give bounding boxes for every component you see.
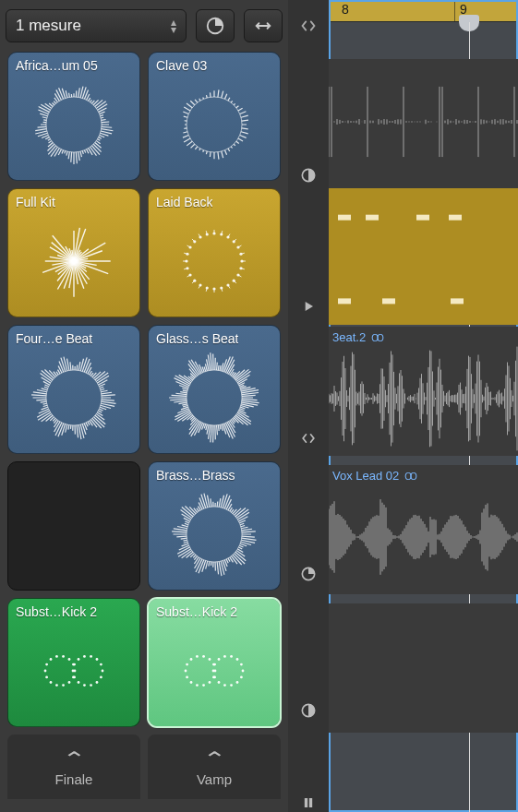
svg-point-541 bbox=[190, 681, 193, 684]
svg-line-124 bbox=[231, 101, 232, 102]
quantize-select[interactable]: 1 mesure ▴▾ bbox=[6, 9, 187, 42]
track-region[interactable]: 3eat.2OO bbox=[329, 327, 518, 456]
divider-handle[interactable] bbox=[288, 0, 329, 52]
svg-line-301 bbox=[100, 387, 103, 388]
svg-point-561 bbox=[230, 655, 233, 658]
svg-line-266 bbox=[44, 387, 48, 388]
svg-line-299 bbox=[98, 380, 107, 385]
svg-line-73 bbox=[95, 100, 102, 106]
svg-line-110 bbox=[183, 112, 188, 113]
svg-point-554 bbox=[223, 684, 226, 687]
svg-line-222 bbox=[99, 409, 102, 411]
svg-line-503 bbox=[240, 523, 244, 524]
svg-line-87 bbox=[238, 138, 243, 141]
svg-line-257 bbox=[43, 405, 47, 406]
track-region[interactable]: Vox Lead 02OO bbox=[329, 465, 518, 594]
svg-point-546 bbox=[196, 655, 199, 658]
svg-line-14 bbox=[90, 147, 97, 155]
svg-line-27 bbox=[62, 150, 64, 154]
svg-point-528 bbox=[73, 676, 76, 679]
svg-line-285 bbox=[77, 365, 78, 371]
svg-line-444 bbox=[206, 561, 208, 568]
stretch-button[interactable] bbox=[244, 9, 283, 42]
svg-point-562 bbox=[236, 658, 239, 661]
svg-line-333 bbox=[217, 425, 218, 435]
svg-line-468 bbox=[185, 523, 188, 524]
loop-cell[interactable]: Full Kit bbox=[7, 188, 140, 317]
svg-point-560 bbox=[223, 655, 226, 658]
half-circle-icon[interactable] bbox=[288, 162, 329, 188]
metronome-button[interactable] bbox=[196, 9, 235, 42]
svg-point-512 bbox=[55, 684, 58, 687]
svg-line-63 bbox=[76, 90, 77, 97]
svg-line-507 bbox=[242, 531, 256, 532]
svg-line-40 bbox=[35, 129, 46, 131]
svg-line-237 bbox=[77, 425, 78, 438]
svg-line-69 bbox=[89, 98, 90, 101]
svg-point-517 bbox=[50, 658, 53, 661]
svg-point-511 bbox=[62, 684, 65, 687]
svg-line-129 bbox=[241, 115, 248, 117]
loop-cell[interactable]: Subst…Kick 2 bbox=[7, 598, 140, 727]
svg-line-505 bbox=[241, 527, 247, 529]
loop-cell[interactable]: Africa…um 05 bbox=[7, 52, 140, 181]
half-circle-icon[interactable] bbox=[288, 698, 329, 723]
svg-line-24 bbox=[68, 152, 69, 160]
loop-cell[interactable]: Subst…Kick 2 bbox=[148, 598, 281, 727]
svg-line-255 bbox=[39, 409, 49, 413]
svg-line-304 bbox=[102, 392, 112, 394]
svg-rect-568 bbox=[309, 798, 312, 807]
svg-line-3 bbox=[102, 126, 112, 127]
svg-point-551 bbox=[240, 676, 243, 679]
svg-line-467 bbox=[182, 525, 188, 527]
loop-cell-label: Glass…s Beat bbox=[156, 331, 238, 346]
svg-line-232 bbox=[86, 423, 88, 426]
svg-point-523 bbox=[100, 676, 102, 679]
loop-cell[interactable]: Glass…s Beat bbox=[148, 325, 281, 454]
svg-line-19 bbox=[80, 151, 81, 157]
svg-line-462 bbox=[176, 536, 187, 537]
svg-point-548 bbox=[209, 658, 211, 661]
loop-cell[interactable]: Brass…Brass bbox=[148, 461, 281, 591]
timeline-ruler[interactable]: 8 9 bbox=[329, 0, 518, 22]
section-button[interactable]: ⌃Finale bbox=[7, 734, 140, 799]
svg-line-265 bbox=[42, 388, 48, 390]
loop-cell[interactable]: Clave 03 bbox=[148, 52, 281, 181]
loop-waveform-icon bbox=[156, 483, 272, 586]
svg-point-515 bbox=[44, 670, 47, 673]
svg-line-433 bbox=[228, 558, 230, 562]
loop-cell-label: Full Kit bbox=[16, 195, 55, 209]
pie-icon[interactable] bbox=[288, 561, 329, 587]
play-icon[interactable] bbox=[288, 293, 329, 319]
svg-rect-569 bbox=[338, 215, 351, 221]
svg-line-420 bbox=[242, 538, 257, 540]
svg-line-130 bbox=[242, 120, 248, 121]
svg-line-80 bbox=[102, 120, 106, 121]
svg-line-26 bbox=[65, 151, 66, 154]
svg-line-114 bbox=[195, 100, 198, 102]
svg-line-90 bbox=[231, 147, 232, 149]
track-region[interactable] bbox=[329, 188, 518, 325]
chevron-updown-icon: ▴▾ bbox=[171, 18, 176, 33]
svg-line-125 bbox=[234, 103, 235, 104]
section-button[interactable]: ⌃Vamp bbox=[148, 734, 281, 799]
svg-line-81 bbox=[102, 122, 109, 123]
svg-line-488 bbox=[219, 498, 221, 507]
pause-icon[interactable] bbox=[288, 790, 329, 812]
svg-line-122 bbox=[224, 94, 226, 99]
svg-line-94 bbox=[218, 152, 219, 160]
waveform bbox=[329, 188, 518, 325]
loop-cell[interactable]: Laid Back bbox=[148, 188, 281, 317]
region-label: 3eat.2OO bbox=[332, 330, 382, 344]
svg-line-364 bbox=[175, 393, 187, 394]
loop-cell-label: Subst…Kick 2 bbox=[16, 604, 97, 619]
loop-cell[interactable]: Four…e Beat bbox=[7, 325, 140, 454]
svg-point-510 bbox=[68, 681, 71, 684]
track-region[interactable] bbox=[329, 603, 518, 733]
svg-line-217 bbox=[102, 400, 114, 400]
nudge-icon[interactable] bbox=[288, 425, 329, 451]
svg-line-16 bbox=[87, 149, 89, 154]
track-region[interactable] bbox=[329, 59, 518, 188]
svg-line-506 bbox=[242, 529, 252, 531]
svg-point-535 bbox=[100, 663, 102, 666]
